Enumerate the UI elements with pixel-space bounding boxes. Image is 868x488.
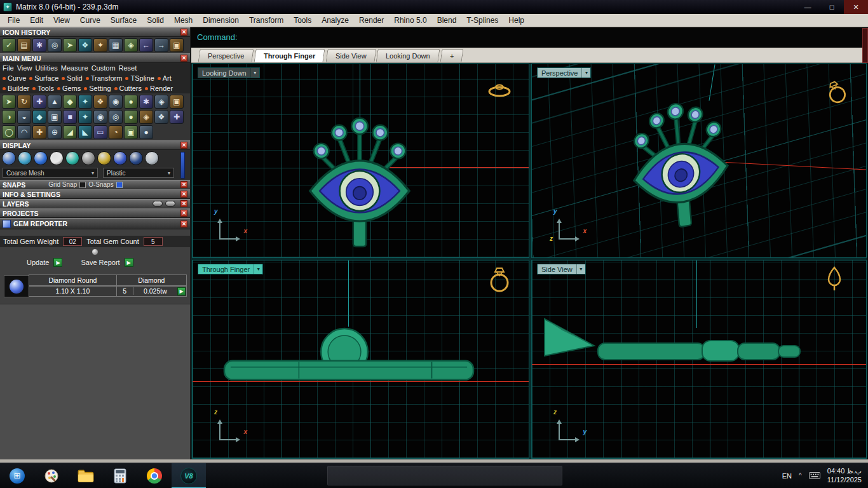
chevron-down-icon[interactable]: ▾	[254, 264, 262, 274]
viewport-perspective[interactable]: Perspective ▾ y x z	[531, 64, 867, 258]
maximize-button[interactable]: □	[820, 0, 844, 14]
main-menu-link[interactable]: Tools	[32, 85, 54, 92]
toolbar-icon[interactable]: ▣	[124, 125, 138, 139]
taskbar-calculator[interactable]	[103, 463, 137, 488]
clock[interactable]: ب.ظ 04:40 11/12/2025	[827, 467, 862, 485]
main-menu-link[interactable]: Surface	[29, 74, 58, 82]
toolbar-icon[interactable]: ●	[124, 110, 138, 124]
o-snaps-checkbox[interactable]	[116, 182, 123, 188]
toolbar-icon[interactable]: ✚	[32, 95, 46, 109]
mesh-quality-select[interactable]: Coarse Mesh ▾	[3, 168, 98, 178]
display-scrollbar[interactable]	[180, 152, 185, 179]
save-report-button[interactable]: Save Report	[81, 259, 119, 266]
display-header[interactable]: DISPLAY ✕	[0, 140, 190, 150]
menu-item[interactable]: Analyze	[316, 15, 354, 26]
panel-splitter[interactable]	[0, 247, 190, 256]
history-tool-icon[interactable]: ▤	[17, 38, 31, 52]
close-panel-icon[interactable]: ✕	[180, 220, 187, 227]
history-tool-icon[interactable]: ✦	[93, 38, 107, 52]
toolbar-icon[interactable]: ⊕	[48, 125, 62, 139]
save-report-run-icon[interactable]: ▶	[125, 258, 133, 267]
taskbar-file-explorer[interactable]	[69, 463, 103, 488]
touch-keyboard-icon[interactable]	[809, 470, 820, 482]
gem-weight-value[interactable]: 0.025tw	[133, 287, 177, 295]
main-menu-link[interactable]: Reset	[119, 64, 137, 72]
close-panel-icon[interactable]: ✕	[180, 55, 187, 62]
toolbar-icon[interactable]: ❖	[154, 110, 168, 124]
main-menu-link[interactable]: Measure	[61, 64, 88, 72]
toolbar-icon[interactable]: ✦	[78, 110, 92, 124]
toolbar-icon[interactable]: ↻	[17, 95, 31, 109]
viewport-tab[interactable]: Side View	[325, 49, 376, 62]
toolbar-icon[interactable]: ✦	[78, 95, 92, 109]
toolbar-icon[interactable]: ▭	[93, 125, 107, 139]
display-mode-icon[interactable]	[50, 151, 64, 165]
display-mode-icon[interactable]	[34, 151, 48, 165]
close-panel-icon[interactable]: ✕	[180, 181, 187, 188]
main-menu-header[interactable]: MAIN MENU ✕	[0, 53, 190, 63]
display-mode-icon[interactable]	[97, 151, 111, 165]
toolbar-icon[interactable]: ❖	[93, 95, 107, 109]
history-tool-icon[interactable]: ✱	[32, 38, 46, 52]
model-side-view[interactable]	[543, 316, 805, 377]
viewport-side-view[interactable]: Side View ▾ z y	[531, 260, 867, 459]
toolbar-icon[interactable]: ◈	[154, 95, 168, 109]
main-menu-link[interactable]: Gems	[57, 85, 81, 92]
chevron-down-icon[interactable]: ▾	[576, 264, 585, 274]
main-menu-link[interactable]: View	[17, 64, 32, 72]
history-tool-icon[interactable]: ▣	[170, 38, 184, 52]
menu-item[interactable]: T-Splines	[461, 15, 503, 26]
history-tool-icon[interactable]: ❖	[78, 38, 92, 52]
menu-item[interactable]: Render	[354, 15, 389, 26]
close-panel-icon[interactable]: ✕	[180, 200, 187, 207]
main-menu-link[interactable]: Curve	[3, 74, 26, 82]
toolbar-icon[interactable]: ◣	[78, 125, 92, 139]
main-menu-link[interactable]: Setting	[84, 85, 111, 92]
taskbar-matrix-app[interactable]: V8	[172, 463, 206, 488]
toolbar-icon[interactable]: ➤	[2, 95, 16, 109]
close-panel-icon[interactable]: ✕	[180, 191, 187, 198]
chevron-down-icon[interactable]: ▾	[250, 68, 259, 78]
gem-size-cell[interactable]: 1.10 X 1.10	[29, 286, 117, 297]
splitter-handle-icon[interactable]	[92, 249, 98, 255]
menu-item[interactable]: Surface	[105, 15, 142, 26]
display-mode-icon[interactable]	[129, 151, 143, 165]
model-through-finger-view[interactable]	[223, 325, 476, 386]
layers-header[interactable]: LAYERS ✕	[0, 199, 190, 208]
main-menu-link[interactable]: Solid	[62, 74, 82, 82]
gem-type-cell[interactable]: Diamond	[116, 274, 187, 286]
command-bar[interactable]: Command:	[191, 28, 862, 48]
toolbar-icon[interactable]: ◉	[109, 95, 123, 109]
viewport-tab[interactable]: Through Finger	[254, 49, 325, 62]
material-select[interactable]: Plastic ▾	[103, 168, 174, 178]
menu-item[interactable]: View	[48, 15, 75, 26]
main-menu-link[interactable]: TSpline	[125, 74, 154, 82]
update-button[interactable]: Update	[27, 259, 49, 266]
menu-item[interactable]: Blend	[432, 15, 462, 26]
main-menu-link[interactable]: Render	[145, 85, 173, 92]
projects-header[interactable]: PROJECTS ✕	[0, 208, 190, 218]
menu-item[interactable]: Transform	[244, 15, 288, 26]
history-tool-icon[interactable]: ✓	[2, 38, 16, 52]
display-mode-icon[interactable]	[18, 151, 32, 165]
toolbar-icon[interactable]: ◒	[17, 110, 31, 124]
menu-item[interactable]: Edit	[25, 15, 48, 26]
display-mode-icon[interactable]	[2, 151, 16, 165]
viewport-tab[interactable]: +	[440, 49, 464, 62]
taskbar-paint-app[interactable]	[34, 463, 69, 488]
viewport-label-looking-down[interactable]: Looking Down ▾	[198, 67, 260, 78]
command-scrollbar[interactable]	[862, 28, 868, 63]
history-tool-icon[interactable]: ◈	[124, 38, 138, 52]
toolbar-icon[interactable]: ◯	[2, 125, 16, 139]
main-menu-link[interactable]: Builder	[3, 85, 29, 92]
toolbar-icon[interactable]: ◆	[32, 110, 46, 124]
total-gem-weight-value[interactable]: 02	[63, 237, 82, 246]
history-tool-icon[interactable]: ▦	[109, 38, 123, 52]
history-tool-icon[interactable]: ➤	[63, 38, 77, 52]
toolbar-icon[interactable]: ●	[139, 125, 153, 139]
grid-snap-checkbox[interactable]	[79, 182, 86, 188]
display-mode-icon[interactable]	[113, 151, 127, 165]
layer-visibility-icon[interactable]	[153, 201, 163, 207]
language-indicator[interactable]: EN	[782, 472, 792, 480]
start-button[interactable]: ⊞	[0, 463, 34, 488]
